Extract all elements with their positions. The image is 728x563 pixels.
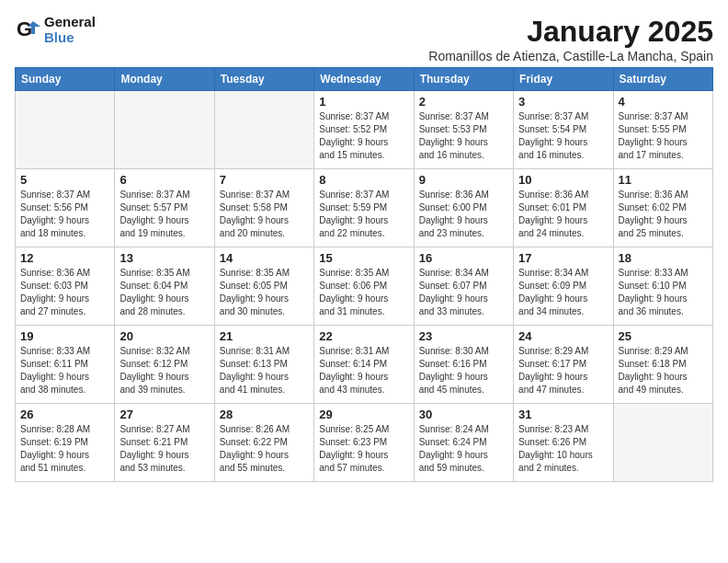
logo-text: General Blue [44,15,96,45]
day-info: Sunrise: 8:37 AM Sunset: 5:56 PM Dayligh… [20,189,109,240]
week-row-5: 26Sunrise: 8:28 AM Sunset: 6:19 PM Dayli… [16,404,713,482]
day-number: 2 [419,95,508,109]
day-info: Sunrise: 8:23 AM Sunset: 6:26 PM Dayligh… [518,423,608,475]
weekday-header-friday: Friday [514,68,613,91]
day-info: Sunrise: 8:28 AM Sunset: 6:19 PM Dayligh… [20,423,109,475]
calendar-cell: 5Sunrise: 8:37 AM Sunset: 5:56 PM Daylig… [16,169,115,247]
day-info: Sunrise: 8:29 AM Sunset: 6:17 PM Dayligh… [518,345,608,396]
calendar-cell: 6Sunrise: 8:37 AM Sunset: 5:57 PM Daylig… [115,169,214,247]
day-info: Sunrise: 8:37 AM Sunset: 5:53 PM Dayligh… [419,110,508,162]
week-row-2: 5Sunrise: 8:37 AM Sunset: 5:56 PM Daylig… [16,169,713,247]
calendar-cell: 9Sunrise: 8:36 AM Sunset: 6:00 PM Daylig… [414,169,513,247]
day-number: 22 [319,329,408,343]
day-number: 18 [619,251,708,265]
day-number: 5 [20,173,109,187]
calendar-cell: 13Sunrise: 8:35 AM Sunset: 6:04 PM Dayli… [115,247,214,326]
day-number: 8 [319,173,408,187]
day-info: Sunrise: 8:31 AM Sunset: 6:14 PM Dayligh… [319,345,408,396]
weekday-header-thursday: Thursday [414,68,513,91]
day-number: 30 [419,408,508,421]
logo: G General Blue [15,15,96,45]
day-number: 11 [619,173,708,187]
calendar-cell: 19Sunrise: 8:33 AM Sunset: 6:11 PM Dayli… [16,326,115,404]
calendar-cell: 24Sunrise: 8:29 AM Sunset: 6:17 PM Dayli… [514,326,613,404]
day-info: Sunrise: 8:37 AM Sunset: 5:55 PM Dayligh… [619,110,708,162]
logo-icon: G [15,17,40,43]
calendar-cell: 29Sunrise: 8:25 AM Sunset: 6:23 PM Dayli… [314,404,414,482]
calendar-cell: 3Sunrise: 8:37 AM Sunset: 5:54 PM Daylig… [514,91,613,169]
day-number: 26 [20,408,109,421]
weekday-header-saturday: Saturday [613,68,712,91]
calendar-cell [16,91,115,169]
calendar-cell: 15Sunrise: 8:35 AM Sunset: 6:06 PM Dayli… [314,247,414,326]
weekday-header-wednesday: Wednesday [314,68,414,91]
day-number: 21 [220,329,309,343]
day-info: Sunrise: 8:26 AM Sunset: 6:22 PM Dayligh… [220,423,309,475]
day-number: 7 [220,173,309,187]
day-info: Sunrise: 8:35 AM Sunset: 6:06 PM Dayligh… [319,267,408,318]
page-header: G General Blue January 2025 Romanillos d… [15,15,713,63]
day-info: Sunrise: 8:29 AM Sunset: 6:18 PM Dayligh… [619,345,708,396]
day-info: Sunrise: 8:32 AM Sunset: 6:12 PM Dayligh… [119,345,209,396]
calendar-table: SundayMondayTuesdayWednesdayThursdayFrid… [15,67,713,482]
day-info: Sunrise: 8:25 AM Sunset: 6:23 PM Dayligh… [319,423,408,475]
calendar-cell: 27Sunrise: 8:27 AM Sunset: 6:21 PM Dayli… [115,404,214,482]
day-info: Sunrise: 8:36 AM Sunset: 6:03 PM Dayligh… [20,267,109,318]
day-number: 29 [319,408,408,421]
day-info: Sunrise: 8:37 AM Sunset: 5:58 PM Dayligh… [220,189,309,240]
day-number: 13 [119,251,209,265]
day-info: Sunrise: 8:33 AM Sunset: 6:11 PM Dayligh… [20,345,109,396]
calendar-cell: 16Sunrise: 8:34 AM Sunset: 6:07 PM Dayli… [414,247,513,326]
calendar-cell [115,91,214,169]
day-info: Sunrise: 8:27 AM Sunset: 6:21 PM Dayligh… [119,423,209,475]
calendar-subtitle: Romanillos de Atienza, Castille-La Manch… [428,49,713,63]
weekday-header-monday: Monday [115,68,214,91]
day-number: 1 [319,95,408,109]
day-number: 20 [119,329,209,343]
day-number: 24 [518,329,608,343]
day-info: Sunrise: 8:34 AM Sunset: 6:07 PM Dayligh… [419,267,508,318]
title-block: January 2025 Romanillos de Atienza, Cast… [428,15,713,63]
calendar-cell: 28Sunrise: 8:26 AM Sunset: 6:22 PM Dayli… [214,404,313,482]
calendar-cell: 18Sunrise: 8:33 AM Sunset: 6:10 PM Dayli… [613,247,712,326]
calendar-cell: 4Sunrise: 8:37 AM Sunset: 5:55 PM Daylig… [613,91,712,169]
weekday-header-sunday: Sunday [16,68,115,91]
calendar-cell: 26Sunrise: 8:28 AM Sunset: 6:19 PM Dayli… [16,404,115,482]
svg-text:G: G [17,17,32,40]
calendar-cell [214,91,313,169]
calendar-cell: 31Sunrise: 8:23 AM Sunset: 6:26 PM Dayli… [514,404,613,482]
weekday-header-tuesday: Tuesday [214,68,313,91]
calendar-title: January 2025 [428,15,713,49]
calendar-cell: 11Sunrise: 8:36 AM Sunset: 6:02 PM Dayli… [613,169,712,247]
day-number: 28 [220,408,309,421]
calendar-cell: 7Sunrise: 8:37 AM Sunset: 5:58 PM Daylig… [214,169,313,247]
calendar-cell: 30Sunrise: 8:24 AM Sunset: 6:24 PM Dayli… [414,404,513,482]
calendar-cell: 2Sunrise: 8:37 AM Sunset: 5:53 PM Daylig… [414,91,513,169]
day-number: 17 [518,251,608,265]
day-number: 9 [419,173,508,187]
calendar-cell: 12Sunrise: 8:36 AM Sunset: 6:03 PM Dayli… [16,247,115,326]
day-number: 4 [619,95,708,109]
calendar-cell: 22Sunrise: 8:31 AM Sunset: 6:14 PM Dayli… [314,326,414,404]
day-number: 14 [220,251,309,265]
calendar-cell [613,404,712,482]
calendar-cell: 25Sunrise: 8:29 AM Sunset: 6:18 PM Dayli… [613,326,712,404]
day-info: Sunrise: 8:37 AM Sunset: 5:52 PM Dayligh… [319,110,408,162]
day-number: 27 [119,408,209,421]
day-info: Sunrise: 8:33 AM Sunset: 6:10 PM Dayligh… [619,267,708,318]
day-info: Sunrise: 8:37 AM Sunset: 5:59 PM Dayligh… [319,189,408,240]
calendar-cell: 17Sunrise: 8:34 AM Sunset: 6:09 PM Dayli… [514,247,613,326]
week-row-3: 12Sunrise: 8:36 AM Sunset: 6:03 PM Dayli… [16,247,713,326]
day-number: 31 [518,408,608,421]
day-number: 19 [20,329,109,343]
day-number: 15 [319,251,408,265]
day-info: Sunrise: 8:37 AM Sunset: 5:54 PM Dayligh… [518,110,608,162]
day-info: Sunrise: 8:34 AM Sunset: 6:09 PM Dayligh… [518,267,608,318]
day-number: 3 [518,95,608,109]
calendar-cell: 10Sunrise: 8:36 AM Sunset: 6:01 PM Dayli… [514,169,613,247]
day-info: Sunrise: 8:31 AM Sunset: 6:13 PM Dayligh… [220,345,309,396]
calendar-cell: 21Sunrise: 8:31 AM Sunset: 6:13 PM Dayli… [214,326,313,404]
day-number: 23 [419,329,508,343]
calendar-cell: 23Sunrise: 8:30 AM Sunset: 6:16 PM Dayli… [414,326,513,404]
day-info: Sunrise: 8:24 AM Sunset: 6:24 PM Dayligh… [419,423,508,475]
